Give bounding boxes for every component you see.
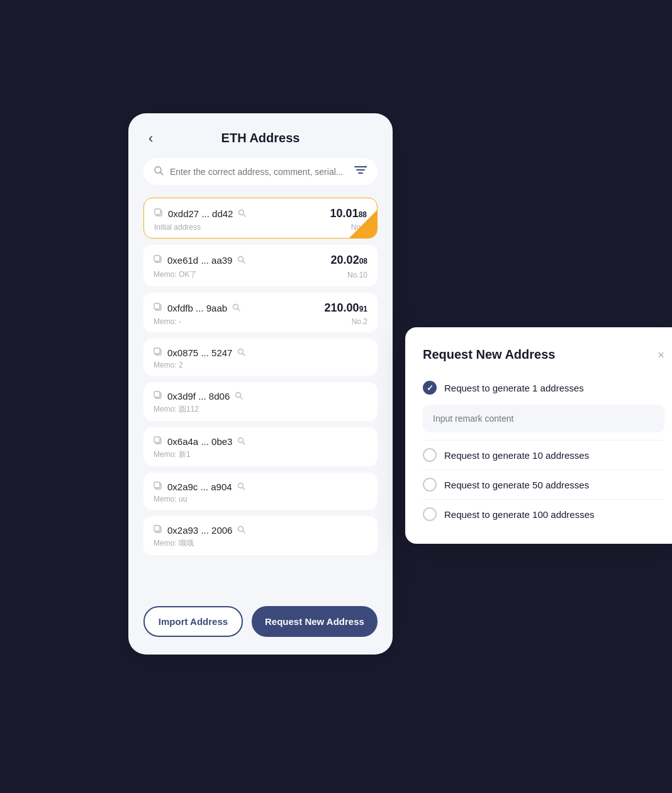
radio-checkmark: ✓ bbox=[427, 383, 434, 393]
option-divider bbox=[423, 440, 664, 441]
search-address-icon[interactable] bbox=[237, 348, 245, 358]
radio-circle bbox=[423, 448, 437, 462]
address-bottom: Memo: 哦哦 bbox=[154, 538, 367, 549]
svg-point-19 bbox=[238, 349, 244, 354]
search-address-icon[interactable] bbox=[235, 391, 243, 402]
radio-label: Request to generate 1 addresses bbox=[444, 383, 584, 393]
amount: 210.0091 bbox=[325, 301, 367, 315]
svg-point-15 bbox=[233, 304, 238, 309]
svg-line-36 bbox=[243, 531, 245, 533]
search-icon bbox=[154, 166, 164, 178]
svg-line-8 bbox=[244, 215, 245, 217]
svg-rect-22 bbox=[154, 391, 160, 397]
address-no: No.10 bbox=[347, 271, 367, 279]
header: ‹ ETH Address bbox=[143, 131, 378, 145]
remark-input[interactable] bbox=[423, 405, 664, 432]
memo-text: Memo: 新1 bbox=[154, 449, 191, 460]
svg-rect-30 bbox=[154, 482, 160, 488]
svg-line-24 bbox=[240, 397, 242, 399]
search-address-icon[interactable] bbox=[237, 256, 245, 266]
address-bottom: Memo: 2 bbox=[154, 361, 367, 369]
svg-rect-34 bbox=[154, 526, 160, 531]
svg-point-31 bbox=[238, 483, 243, 488]
search-input[interactable] bbox=[170, 167, 347, 177]
search-address-icon[interactable] bbox=[238, 209, 246, 219]
svg-rect-10 bbox=[154, 256, 160, 261]
request-new-address-button[interactable]: Request New Address bbox=[252, 606, 378, 637]
svg-rect-18 bbox=[154, 348, 160, 354]
memo-text: Memo: - bbox=[154, 317, 181, 326]
address-text: 0x3d9f ... 8d06 bbox=[167, 391, 230, 402]
address-text: 0xdd27 ... dd42 bbox=[168, 208, 233, 219]
address-card[interactable]: 0xe61d ... aa39 20.0208 Memo: OK了 No.10 bbox=[143, 245, 378, 286]
svg-line-16 bbox=[238, 309, 240, 311]
svg-line-32 bbox=[243, 488, 245, 490]
option-divider bbox=[423, 470, 664, 470]
address-left: 0x6a4a ... 0be3 bbox=[154, 436, 245, 447]
bottom-buttons: Import Address Request New Address bbox=[143, 606, 378, 637]
address-card[interactable]: 0x3d9f ... 8d06 Memo: 圆112 bbox=[143, 382, 378, 421]
search-address-icon[interactable] bbox=[237, 526, 245, 536]
address-card[interactable]: 0x2a93 ... 2006 Memo: 哦哦 bbox=[143, 516, 378, 555]
modal-close-button[interactable]: × bbox=[658, 349, 664, 361]
address-text: 0x6a4a ... 0be3 bbox=[167, 436, 232, 447]
copy-icon[interactable] bbox=[154, 347, 162, 358]
main-card: ‹ ETH Address bbox=[128, 113, 393, 655]
copy-icon[interactable] bbox=[154, 391, 162, 402]
active-badge bbox=[349, 210, 377, 238]
address-bottom: Memo: OK了 No.10 bbox=[154, 269, 367, 280]
copy-icon[interactable] bbox=[154, 525, 162, 536]
address-left: 0xdd27 ... dd42 bbox=[154, 208, 246, 219]
address-text: 0x0875 ... 5247 bbox=[167, 347, 232, 358]
address-bottom: Memo: 新1 bbox=[154, 449, 367, 460]
address-row: 0xdd27 ... dd42 10.0188 bbox=[154, 207, 367, 220]
copy-icon[interactable] bbox=[154, 303, 162, 313]
search-address-icon[interactable] bbox=[237, 437, 245, 447]
import-address-button[interactable]: Import Address bbox=[143, 606, 243, 637]
address-left: 0x2a9c ... a904 bbox=[154, 481, 245, 492]
svg-point-23 bbox=[236, 392, 241, 397]
copy-icon[interactable] bbox=[154, 436, 162, 447]
memo-text: Memo: 哦哦 bbox=[154, 538, 194, 549]
address-bottom: Memo: 圆112 bbox=[154, 404, 367, 415]
copy-icon[interactable] bbox=[154, 208, 163, 219]
svg-line-28 bbox=[243, 442, 245, 444]
address-row: 0xe61d ... aa39 20.0208 bbox=[154, 254, 367, 267]
svg-point-35 bbox=[238, 526, 244, 531]
radio-label: Request to generate 100 addresses bbox=[444, 509, 595, 520]
svg-line-12 bbox=[243, 261, 245, 263]
copy-icon[interactable] bbox=[154, 481, 162, 492]
copy-icon[interactable] bbox=[154, 255, 162, 266]
radio-option[interactable]: ✓ Request to generate 1 addresses bbox=[423, 376, 664, 400]
address-left: 0x2a93 ... 2006 bbox=[154, 525, 245, 536]
address-left: 0xe61d ... aa39 bbox=[154, 255, 245, 266]
address-text: 0x2a9c ... a904 bbox=[167, 481, 232, 492]
address-card[interactable]: 0x6a4a ... 0be3 Memo: 新1 bbox=[143, 427, 378, 466]
amount: 20.0208 bbox=[331, 254, 367, 267]
option-divider bbox=[423, 499, 664, 500]
svg-line-1 bbox=[160, 172, 163, 175]
address-row: 0x6a4a ... 0be3 bbox=[154, 436, 367, 447]
radio-option[interactable]: Request to generate 100 addresses bbox=[423, 502, 664, 526]
radio-option[interactable]: Request to generate 10 addresses bbox=[423, 443, 664, 467]
address-left: 0xfdfb ... 9aab bbox=[154, 303, 240, 313]
address-card[interactable]: 0xfdfb ... 9aab 210.0091 Memo: - No.2 bbox=[143, 293, 378, 332]
back-button[interactable]: ‹ bbox=[143, 128, 158, 149]
address-card[interactable]: 0x2a9c ... a904 Memo: uu bbox=[143, 473, 378, 510]
svg-point-27 bbox=[238, 437, 244, 442]
address-row: 0x2a93 ... 2006 bbox=[154, 525, 367, 536]
filter-button[interactable] bbox=[354, 164, 367, 179]
radio-option[interactable]: Request to generate 50 addresses bbox=[423, 473, 664, 497]
search-address-icon[interactable] bbox=[237, 482, 245, 492]
svg-line-20 bbox=[243, 354, 245, 356]
modal-title: Request New Address bbox=[423, 347, 555, 362]
address-row: 0x3d9f ... 8d06 bbox=[154, 391, 367, 402]
address-card[interactable]: 0x0875 ... 5247 Memo: 2 bbox=[143, 339, 378, 376]
search-bar bbox=[143, 158, 378, 185]
svg-rect-14 bbox=[154, 303, 160, 309]
radio-label: Request to generate 10 addresses bbox=[444, 450, 589, 461]
address-row: 0x0875 ... 5247 bbox=[154, 347, 367, 358]
search-address-icon[interactable] bbox=[232, 303, 240, 313]
memo-text: Memo: uu bbox=[154, 495, 187, 503]
address-card[interactable]: 0xdd27 ... dd42 10.0188 Initial address … bbox=[143, 198, 378, 239]
